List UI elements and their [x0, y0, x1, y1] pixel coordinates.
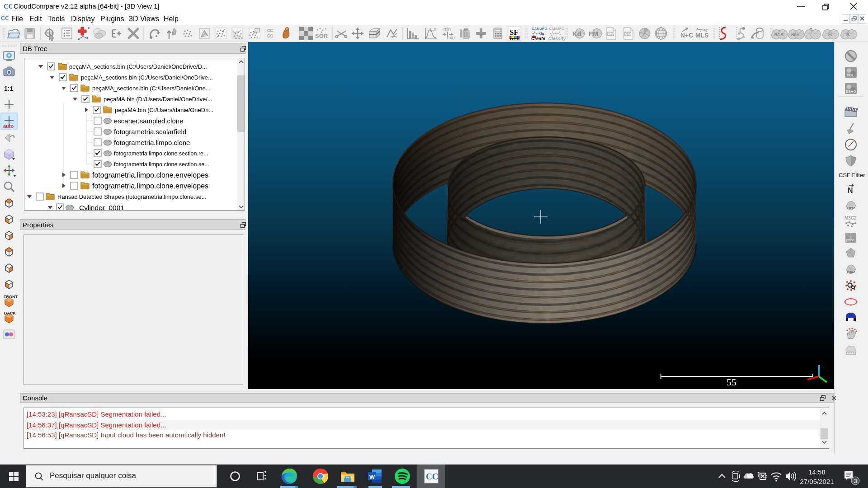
svg-text:MLS: MLS — [695, 32, 709, 39]
svg-text:auto: auto — [3, 123, 14, 129]
svg-text:peçaMA.bin (D:/Users/Daniel/On: peçaMA.bin (D:/Users/Daniel/OneDrive/... — [104, 96, 212, 103]
svg-text:Kd: Kd — [572, 30, 581, 38]
svg-text:peçaMA.bin (C:/Users/danie/One: peçaMA.bin (C:/Users/danie/OneDri... — [115, 107, 213, 113]
svg-text:HPR: HPR — [847, 206, 855, 210]
svg-text:K: K — [846, 32, 850, 37]
svg-text:CANUPO: CANUPO — [532, 27, 547, 31]
svg-text:fotogrametria.limpo.clone.enve: fotogrametria.limpo.clone.envelopes — [92, 171, 208, 179]
svg-text:Classify: Classify — [548, 36, 566, 41]
svg-text:fotogrametria.scalarfield: fotogrametria.scalarfield — [114, 128, 186, 136]
svg-text:N: N — [848, 187, 853, 194]
svg-text:HSV: HSV — [791, 33, 800, 37]
svg-text:fotogrametria.limpo.clone.enve: fotogrametria.limpo.clone.envelopes — [92, 182, 208, 190]
svg-text:Cylinder_0001: Cylinder_0001 — [79, 204, 124, 211]
svg-text:H: H — [828, 32, 832, 37]
svg-text:3: 3 — [854, 478, 857, 484]
svg-text:max: max — [447, 35, 456, 40]
svg-text:EDL: EDL — [847, 73, 854, 77]
svg-text:SSAO: SSAO — [846, 89, 856, 94]
svg-text:peçaMA_sections.bin (C:/Users/: peçaMA_sections.bin (C:/Users/Daniel/One… — [81, 74, 213, 81]
svg-text:SOR: SOR — [315, 33, 328, 39]
svg-text:peçaMA_sections.bin (C:/Users/: peçaMA_sections.bin (C:/Users/Daniel/One… — [92, 85, 211, 92]
svg-text:fotogrametria.limpo.clone.sect: fotogrametria.limpo.clone.section.re... — [114, 150, 208, 157]
svg-text:W: W — [369, 474, 375, 480]
svg-text:CC: CC — [267, 28, 274, 33]
svg-text:SF: SF — [509, 28, 519, 37]
svg-text:Ransac Detected Shapes (fotogr: Ransac Detected Shapes (fotogrametria.li… — [57, 193, 207, 200]
svg-text:escaner.sampled.clone: escaner.sampled.clone — [114, 117, 183, 125]
svg-text:fotogrametria.limpo.clone.sect: fotogrametria.limpo.clone.section.se... — [114, 161, 209, 168]
svg-text:Create: Create — [531, 36, 546, 41]
svg-text:PCV: PCV — [846, 238, 854, 242]
svg-text:BACK: BACK — [4, 311, 16, 315]
svg-text:14:58: 14:58 — [808, 468, 826, 476]
svg-text:N+C: N+C — [680, 32, 693, 39]
svg-text:CC: CC — [4, 3, 12, 10]
svg-text:µ,σ: µ,σ — [430, 27, 437, 32]
svg-text:RSD: RSD — [847, 270, 855, 274]
svg-text:CANUPO: CANUPO — [549, 27, 565, 31]
svg-text:M3C2: M3C2 — [844, 216, 857, 221]
svg-text:peçaMA_sections.bin (C:/Users/: peçaMA_sections.bin (C:/Users/Daniel/One… — [69, 63, 207, 70]
svg-text:FM: FM — [589, 30, 599, 38]
svg-text:27/05/2021: 27/05/2021 — [800, 478, 834, 485]
svg-text:CC: CC — [426, 472, 438, 481]
svg-text:SHP: SHP — [608, 32, 615, 36]
svg-text:fotogrametria.limpo.clone: fotogrametria.limpo.clone — [114, 139, 190, 146]
svg-text:55: 55 — [726, 376, 736, 388]
svg-text:CSV: CSV — [625, 32, 632, 36]
svg-text:CC: CC — [1, 15, 8, 21]
svg-text:RGB: RGB — [774, 33, 784, 37]
svg-text:CC: CC — [267, 33, 274, 39]
svg-text:1:1: 1:1 — [4, 85, 13, 92]
svg-text:min: min — [443, 27, 451, 32]
svg-text:CSF Filter: CSF Filter — [839, 172, 865, 178]
svg-text:FRONT: FRONT — [4, 295, 18, 299]
